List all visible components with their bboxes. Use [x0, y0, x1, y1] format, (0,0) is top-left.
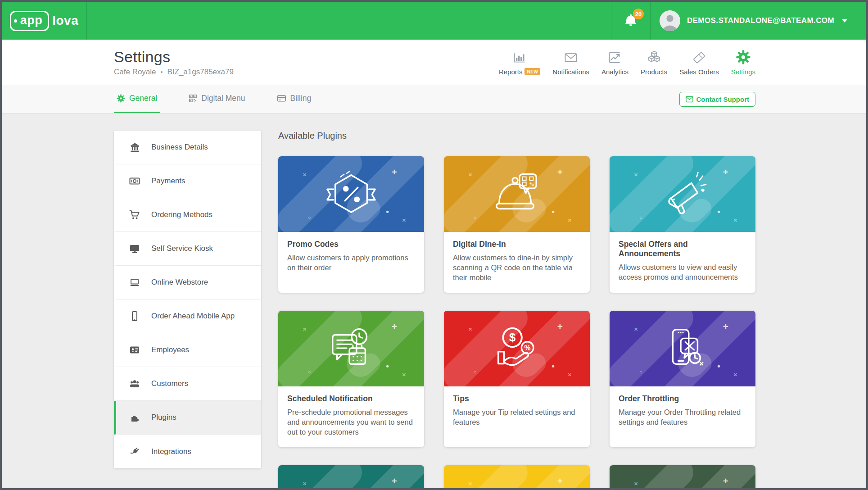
plugin-description: Allow customers to apply promotions on t…	[287, 253, 415, 273]
sidebar-label-business-details: Business Details	[151, 143, 208, 152]
nav-label-settings: Settings	[731, 68, 755, 76]
top-green-bar: app lova 20 DEMOS.STANDALONE@	[2, 2, 866, 40]
nav-item-reports[interactable]: Reports NEW	[499, 49, 540, 76]
plugin-card-tips[interactable]: +✕○•✕ $ % Tips Manage your Tip related s	[444, 311, 590, 447]
sidebar-item-self-service-kiosk[interactable]: Self Service Kiosk	[114, 232, 261, 266]
plugin-name: Order Throttling	[619, 394, 746, 404]
plugin-description: Allows customers to view and easily acce…	[619, 263, 746, 282]
credit-card-icon	[277, 94, 286, 103]
nav-label-notifications: Notifications	[552, 68, 589, 76]
nav-item-notifications[interactable]: Notifications	[552, 49, 589, 76]
sidebar-item-online-webstore[interactable]: Online Webstore	[114, 266, 261, 299]
envelope-icon	[686, 96, 693, 103]
settings-tab-bar: General	[2, 85, 866, 113]
gear-icon	[117, 94, 125, 103]
nav-item-sales-orders[interactable]: Sales Orders	[679, 49, 719, 76]
business-id: BIZ_a1gs785exa79	[167, 68, 233, 77]
bank-icon	[129, 142, 140, 153]
sidebar-item-integrations[interactable]: Integrations	[114, 435, 261, 468]
hexagon-percent-icon	[325, 168, 378, 221]
plugin-description: Allow customers to dine-in by simply sca…	[453, 253, 581, 283]
megaphone-icon	[656, 168, 709, 221]
qr-code-icon	[189, 94, 197, 103]
phone-schedule-icon	[656, 322, 709, 376]
person-silhouette-icon	[660, 10, 680, 31]
tab-digital-menu[interactable]: Digital Menu	[186, 85, 248, 113]
plugin-name: Scheduled Notification	[287, 394, 415, 404]
partial-card-icon	[656, 477, 709, 488]
sidebar-label-payments: Payments	[151, 177, 185, 186]
plugin-name: Digital Dine-In	[453, 240, 581, 249]
nav-item-settings[interactable]: Settings	[731, 49, 755, 76]
user-menu[interactable]: DEMOS.STANDALONE@BATEAM.COM	[651, 2, 866, 40]
tab-general[interactable]: General	[114, 85, 160, 113]
plugin-name: Tips	[453, 394, 581, 404]
order-throttling-banner: +✕○•✕	[610, 311, 755, 386]
app-screen: app lova 20 DEMOS.STANDALONE@	[2, 2, 866, 488]
logo-camera-dot-icon	[14, 19, 17, 23]
ticket-icon	[692, 49, 707, 65]
plugin-card-special-offers[interactable]: +✕○•✕ Special Offers and Announcements	[610, 156, 755, 293]
plugin-card-partial-2[interactable]: +✕○	[444, 465, 590, 488]
sidebar-item-employees[interactable]: Employees	[114, 333, 261, 367]
sidebar-item-order-ahead-mobile-app[interactable]: Order Ahead Mobile App	[114, 299, 261, 333]
page-header: Settings Cafe Royale • BIZ_a1gs785exa79	[2, 40, 866, 85]
scheduled-notification-banner: +✕○•✕	[278, 311, 424, 386]
plugin-card-promo-codes[interactable]: +✕○•✕ Promo Codes Allow	[278, 156, 424, 293]
plugin-description: Manage your Tip related settings and fea…	[453, 408, 581, 427]
users-icon	[129, 378, 140, 389]
partial-plugin-banner: +✕○	[610, 465, 755, 488]
plugin-card-partial-3[interactable]: +✕○	[610, 465, 755, 488]
sidebar-item-ordering-methods[interactable]: Ordering Methods	[114, 198, 261, 232]
plug-icon	[129, 446, 140, 457]
user-email: DEMOS.STANDALONE@BATEAM.COM	[687, 16, 834, 25]
nav-label-products: Products	[641, 68, 667, 76]
tab-billing[interactable]: Billing	[274, 85, 314, 113]
notifications-bell-button[interactable]: 20	[611, 2, 651, 40]
svg-text:$: $	[509, 331, 515, 344]
contact-support-label: Contact Support	[696, 95, 750, 103]
breadcrumb: Cafe Royale • BIZ_a1gs785exa79	[114, 68, 234, 77]
sidebar-label-plugins: Plugins	[151, 413, 176, 422]
avatar	[660, 10, 680, 31]
tab-label-digital-menu: Digital Menu	[201, 94, 245, 103]
plugin-card-partial-1[interactable]: +✕○	[278, 465, 424, 488]
desktop-monitor-icon	[129, 243, 140, 254]
applova-logo[interactable]: app lova	[2, 2, 87, 40]
page-title: Settings	[114, 48, 234, 66]
sidebar-item-customers[interactable]: Customers	[114, 367, 261, 401]
tips-banner: +✕○•✕ $ %	[444, 311, 590, 386]
nav-label-reports: Reports	[499, 68, 523, 76]
plugin-card-scheduled-notification[interactable]: +✕○•✕	[278, 311, 424, 447]
sidebar-label-online-webstore0: Self Service Kiosk	[151, 244, 213, 253]
main-navigation: Reports NEW Notifications	[499, 49, 755, 76]
sidebar-label-customers: Customers	[151, 379, 188, 388]
sidebar-item-payments[interactable]: Payments	[114, 164, 261, 198]
money-bill-icon	[129, 176, 140, 186]
hand-coin-percent-icon: $ %	[490, 322, 543, 376]
nav-item-products[interactable]: Products	[641, 49, 667, 76]
svg-text:%: %	[524, 344, 531, 352]
contact-support-button[interactable]: Contact Support	[679, 92, 756, 107]
settings-sidebar: Business Details Payments	[114, 131, 261, 468]
logo-phone-badge: app	[10, 11, 50, 31]
sidebar-label-integrations: Integrations	[151, 447, 191, 456]
plugin-name: Special Offers and Announcements	[619, 240, 746, 259]
bar-chart-icon	[512, 49, 527, 65]
sidebar-label-order-ahead-mobile-app: Order Ahead Mobile App	[151, 312, 235, 321]
logo-lova-text: lova	[52, 14, 78, 28]
business-name: Cafe Royale	[114, 68, 156, 77]
partial-plugin-banner: +✕○	[444, 465, 590, 488]
id-card-icon	[129, 345, 140, 355]
sidebar-item-plugins[interactable]: Plugins	[114, 401, 261, 435]
logo-app-text: app	[20, 14, 43, 27]
partial-card-icon	[325, 477, 378, 488]
sidebar-item-business-details[interactable]: Business Details	[114, 131, 261, 164]
special-offers-banner: +✕○•✕	[610, 156, 755, 232]
topbar-spacer	[87, 2, 611, 40]
plugin-card-digital-dine-in[interactable]: +✕○•✕	[444, 156, 590, 293]
nav-item-analytics[interactable]: Analytics	[601, 49, 628, 76]
gear-icon	[735, 49, 751, 65]
plugin-card-order-throttling[interactable]: +✕○•✕	[610, 311, 755, 447]
sidebar-label-ordering-methods: Ordering Methods	[151, 210, 212, 219]
